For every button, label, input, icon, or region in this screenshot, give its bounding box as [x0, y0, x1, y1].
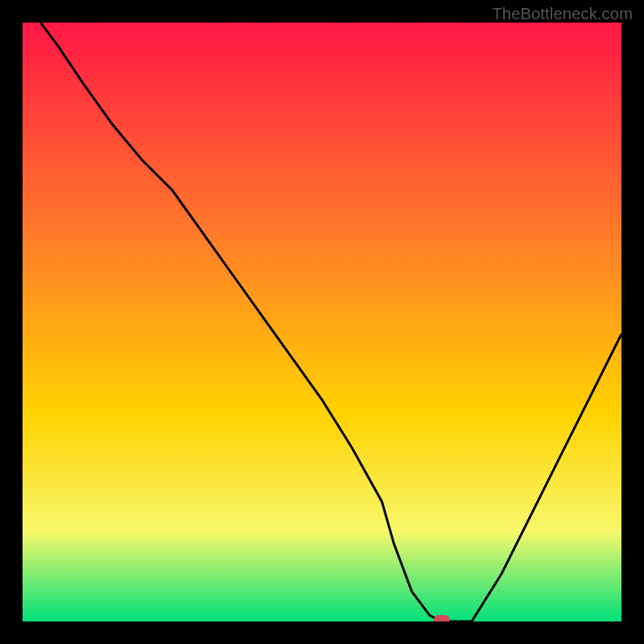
chart-frame: TheBottleneck.com [0, 0, 644, 644]
optimal-marker [434, 615, 450, 621]
watermark-text: TheBottleneck.com [492, 5, 633, 23]
plot-area [23, 23, 621, 621]
chart-svg [23, 23, 621, 621]
gradient-background [23, 23, 621, 621]
